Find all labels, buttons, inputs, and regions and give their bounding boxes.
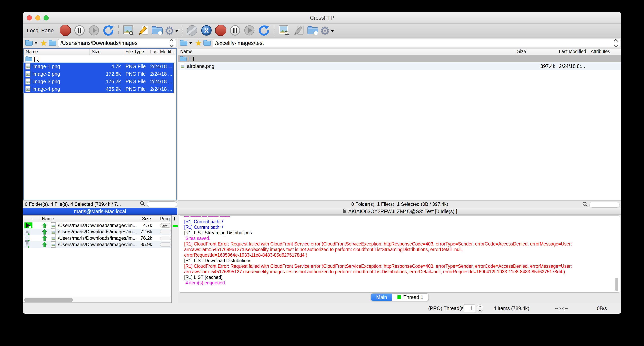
local-refresh-button[interactable] (101, 24, 115, 37)
dropdown-arrow-icon (175, 30, 179, 32)
table-row[interactable]: [..] (24, 55, 176, 63)
image-file-icon (25, 78, 30, 85)
image-file-icon (51, 229, 56, 235)
log-line: –– –––– –– –––– –––– (184, 215, 620, 219)
column-header-size[interactable]: Size (90, 49, 123, 55)
queue-row[interactable]: /Users/maris/Downloads/images/im... 435.… (23, 241, 172, 248)
queue-rows: /Users/maris/Downloads/images/im... 4.7k… (23, 222, 172, 248)
column-header-modified[interactable]: Last Modified (557, 48, 589, 55)
table-row[interactable]: image-1.png 4.7k PNG File 2/24/18 ... (24, 63, 176, 70)
local-new-folder-button[interactable] (150, 24, 164, 37)
speed-value: 0B/s (597, 306, 607, 311)
image-file-icon (25, 86, 30, 92)
queue-hscrollbar-track[interactable] (23, 297, 172, 303)
queue-hscrollbar-thumb[interactable] (24, 298, 73, 302)
remote-tools-button[interactable]: ⚙ (320, 24, 334, 37)
local-edit-button[interactable] (136, 24, 150, 37)
folder-icon[interactable] (203, 39, 211, 47)
remote-stop-button[interactable] (214, 24, 228, 37)
folder-dropdown-icon[interactable] (25, 39, 33, 47)
chevron-down-icon (478, 309, 481, 311)
path-stepper[interactable] (170, 39, 174, 47)
remote-search-input[interactable] (589, 202, 620, 207)
queue-file-path: /Users/maris/Downloads/images/im... (58, 235, 137, 241)
local-pause-button[interactable] (72, 24, 87, 37)
remote-new-folder-button[interactable] (306, 24, 320, 37)
remote-path-bar: ★ /excelify-images/test (178, 38, 621, 48)
pause-icon (230, 25, 241, 37)
path-stepper[interactable] (614, 39, 618, 47)
table-row[interactable]: [..] (178, 55, 621, 62)
local-scrollbar-track[interactable] (174, 55, 176, 200)
file-modified: 2/24/18 ... (148, 63, 176, 70)
progress-pill (160, 242, 171, 247)
queue-row[interactable]: /Users/maris/Downloads/images/im... 176.… (23, 235, 172, 241)
remote-connection-bar[interactable]: AKIAIO63OY2RFWJLZM4Q@S3: Test [0 Idle(s)… (178, 208, 621, 215)
column-header-name[interactable]: Name (24, 49, 90, 55)
favorites-star-icon[interactable]: ★ (40, 39, 47, 47)
column-header-t: T (173, 216, 176, 222)
new-folder-icon (307, 25, 318, 36)
local-path-input[interactable]: /Users/maris/Downloads/images (58, 39, 176, 47)
log-text-area[interactable]: –– –––– –– –––– ––––[R1] Current path: /… (179, 215, 620, 293)
local-tools-button[interactable]: ⚙ (164, 24, 179, 37)
remote-preview-button[interactable] (277, 24, 291, 37)
file-modified (148, 55, 176, 63)
column-header-prog[interactable]: Prog (159, 215, 172, 222)
column-header-status[interactable]: - (23, 215, 39, 222)
local-search-input[interactable] (147, 201, 177, 207)
path-dropdown-arrow-icon[interactable] (189, 42, 192, 44)
upload-arrow-icon (42, 235, 47, 241)
column-header-name[interactable]: Name (39, 215, 140, 222)
queue-row[interactable]: /Users/maris/Downloads/images/im... 172.… (23, 229, 172, 235)
remote-abort-button[interactable]: X (199, 24, 214, 37)
threads-stepper[interactable] (477, 304, 483, 312)
log-tab[interactable]: Main (371, 294, 392, 301)
local-preview-button[interactable] (122, 24, 136, 37)
search-icon[interactable] (582, 201, 588, 208)
table-row[interactable]: image-3.png 176.2k PNG File 2/24/18 ... (24, 78, 176, 85)
remote-connection-label: AKIAIO63OY2RFWJLZM4Q@S3: Test [0 Idle(s)… (348, 208, 457, 214)
file-size: 4.7k (90, 63, 123, 70)
threads-count-input[interactable]: 1 (464, 305, 475, 312)
column-header-name[interactable]: Name (178, 48, 515, 55)
remote-edit-button[interactable] (291, 24, 306, 37)
folder-icon (25, 56, 32, 62)
folder-icon[interactable] (48, 39, 56, 47)
folder-dropdown-icon[interactable] (180, 39, 188, 47)
log-tabs: Main Thread 1 (371, 293, 428, 301)
local-status-bar: 0 Folder(s), 4 File(s), 4 Selected (789.… (23, 200, 177, 207)
remote-refresh-button[interactable] (256, 24, 271, 37)
column-header-size[interactable]: Size (515, 48, 557, 55)
remote-disconnect-button[interactable] (185, 24, 199, 37)
favorites-star-icon[interactable]: ★ (195, 39, 202, 47)
refresh-icon (102, 25, 114, 37)
log-scrollbar-thumb[interactable] (615, 278, 618, 291)
local-stop-button[interactable] (58, 24, 72, 37)
table-row[interactable]: image-2.png 172.6k PNG File 2/24/18 ... (24, 70, 176, 78)
local-start-button[interactable] (87, 24, 101, 37)
file-name: [..] (188, 56, 194, 62)
column-header-modified[interactable]: Last Modif... (148, 49, 176, 55)
folder-icon (180, 56, 186, 61)
queue-row[interactable]: /Users/maris/Downloads/images/im... 4.7k… (23, 222, 172, 229)
column-header-filetype[interactable]: File Type (123, 49, 148, 55)
pause-icon (74, 25, 85, 37)
column-header-attributes[interactable]: Attributes (589, 48, 621, 55)
local-search (140, 201, 177, 207)
log-tab[interactable]: Thread 1 (392, 294, 428, 301)
table-row[interactable]: airplane.png 397.4k 2/24/18 8:... (178, 62, 621, 70)
log-line: errorRequestId=1685964e-1933-11e8-8483-8… (184, 252, 620, 258)
table-row[interactable]: image-4.png 435.9k PNG File 2/24/18 ... (24, 85, 176, 93)
file-name: image-2.png (32, 71, 60, 77)
search-icon[interactable] (140, 201, 146, 207)
chevron-up-icon (614, 39, 618, 43)
queued-item-icon (24, 241, 30, 248)
remote-start-button[interactable] (242, 24, 256, 37)
column-header-size[interactable]: Size (140, 215, 159, 222)
remote-pause-button[interactable] (228, 24, 242, 37)
local-connection-bar[interactable]: maris@Maris-Mac.local (23, 208, 177, 215)
remote-path-input[interactable]: /excelify-images/test (212, 39, 621, 47)
path-dropdown-arrow-icon[interactable] (34, 42, 38, 44)
queue-header: - Name Size Prog (23, 215, 172, 222)
